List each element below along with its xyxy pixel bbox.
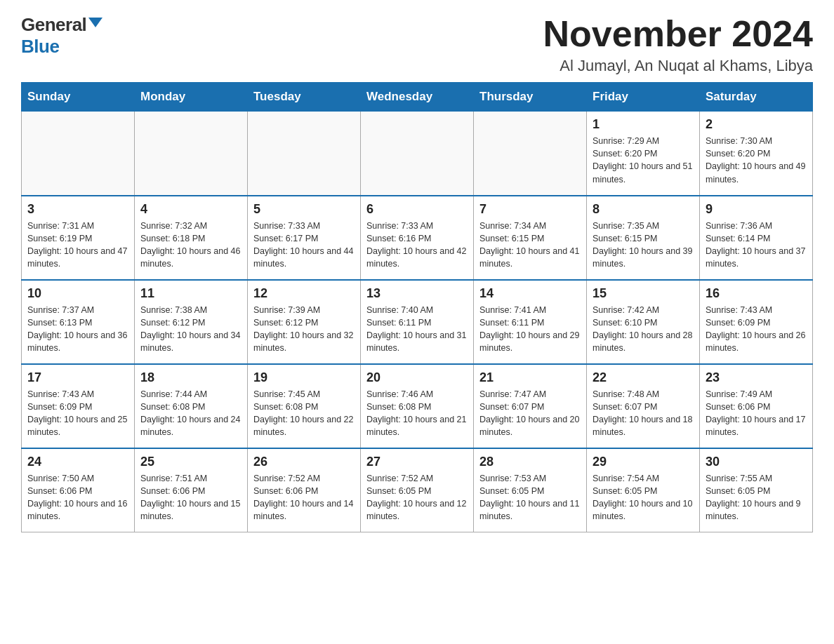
day-info: Sunrise: 7:33 AMSunset: 6:17 PMDaylight:… [253,220,355,271]
day-info: Sunrise: 7:37 AMSunset: 6:13 PMDaylight:… [27,304,128,355]
weekday-header-saturday: Saturday [700,83,813,112]
day-number: 11 [140,286,241,301]
calendar-cell: 11Sunrise: 7:38 AMSunset: 6:12 PMDayligh… [135,280,248,364]
calendar-cell: 13Sunrise: 7:40 AMSunset: 6:11 PMDayligh… [361,280,474,364]
day-number: 15 [593,286,694,301]
calendar-table: SundayMondayTuesdayWednesdayThursdayFrid… [21,82,813,532]
day-info: Sunrise: 7:45 AMSunset: 6:08 PMDaylight:… [253,388,355,439]
title-section: November 2024 Al Jumayl, An Nuqat al Kha… [543,14,813,75]
day-info: Sunrise: 7:54 AMSunset: 6:05 PMDaylight:… [593,472,694,523]
calendar-cell: 9Sunrise: 7:36 AMSunset: 6:14 PMDaylight… [700,196,813,280]
day-number: 13 [366,286,468,301]
calendar-cell [474,112,587,196]
day-info: Sunrise: 7:31 AMSunset: 6:19 PMDaylight:… [27,220,128,271]
calendar-cell: 3Sunrise: 7:31 AMSunset: 6:19 PMDaylight… [22,196,135,280]
page-header: General Blue November 2024 Al Jumayl, An… [21,14,813,75]
calendar-cell: 20Sunrise: 7:46 AMSunset: 6:08 PMDayligh… [361,364,474,448]
calendar-week-row: 24Sunrise: 7:50 AMSunset: 6:06 PMDayligh… [22,448,813,532]
weekday-header-friday: Friday [587,83,700,112]
day-info: Sunrise: 7:43 AMSunset: 6:09 PMDaylight:… [706,304,807,355]
day-info: Sunrise: 7:43 AMSunset: 6:09 PMDaylight:… [27,388,128,439]
day-number: 20 [366,370,468,385]
day-number: 25 [140,455,241,469]
day-info: Sunrise: 7:41 AMSunset: 6:11 PMDaylight:… [479,304,581,355]
day-number: 24 [27,455,128,469]
day-number: 3 [27,202,128,217]
day-info: Sunrise: 7:35 AMSunset: 6:15 PMDaylight:… [593,220,694,271]
day-number: 19 [253,370,355,385]
day-info: Sunrise: 7:30 AMSunset: 6:20 PMDaylight:… [706,135,807,186]
day-number: 2 [706,117,807,132]
day-info: Sunrise: 7:40 AMSunset: 6:11 PMDaylight:… [366,304,468,355]
calendar-cell: 1Sunrise: 7:29 AMSunset: 6:20 PMDaylight… [587,112,700,196]
calendar-cell: 16Sunrise: 7:43 AMSunset: 6:09 PMDayligh… [700,280,813,364]
day-number: 18 [140,370,241,385]
day-info: Sunrise: 7:44 AMSunset: 6:08 PMDaylight:… [140,388,241,439]
calendar-week-row: 3Sunrise: 7:31 AMSunset: 6:19 PMDaylight… [22,196,813,280]
logo-blue: Blue [21,36,59,57]
day-number: 17 [27,370,128,385]
weekday-header-sunday: Sunday [22,83,135,112]
calendar-cell: 28Sunrise: 7:53 AMSunset: 6:05 PMDayligh… [474,448,587,532]
calendar-cell: 8Sunrise: 7:35 AMSunset: 6:15 PMDaylight… [587,196,700,280]
day-info: Sunrise: 7:34 AMSunset: 6:15 PMDaylight:… [479,220,581,271]
day-number: 8 [593,202,694,217]
calendar-cell: 19Sunrise: 7:45 AMSunset: 6:08 PMDayligh… [248,364,361,448]
calendar-cell: 24Sunrise: 7:50 AMSunset: 6:06 PMDayligh… [22,448,135,532]
calendar-cell [248,112,361,196]
day-info: Sunrise: 7:53 AMSunset: 6:05 PMDaylight:… [479,472,581,523]
day-info: Sunrise: 7:47 AMSunset: 6:07 PMDaylight:… [479,388,581,439]
day-info: Sunrise: 7:52 AMSunset: 6:06 PMDaylight:… [253,472,355,523]
calendar-header-row: SundayMondayTuesdayWednesdayThursdayFrid… [22,83,813,112]
logo-general: General [21,14,86,36]
calendar-cell: 18Sunrise: 7:44 AMSunset: 6:08 PMDayligh… [135,364,248,448]
calendar-cell: 21Sunrise: 7:47 AMSunset: 6:07 PMDayligh… [474,364,587,448]
calendar-week-row: 1Sunrise: 7:29 AMSunset: 6:20 PMDaylight… [22,112,813,196]
day-info: Sunrise: 7:55 AMSunset: 6:05 PMDaylight:… [706,472,807,523]
day-info: Sunrise: 7:51 AMSunset: 6:06 PMDaylight:… [140,472,241,523]
weekday-header-wednesday: Wednesday [361,83,474,112]
calendar-cell: 10Sunrise: 7:37 AMSunset: 6:13 PMDayligh… [22,280,135,364]
calendar-cell: 23Sunrise: 7:49 AMSunset: 6:06 PMDayligh… [700,364,813,448]
day-number: 12 [253,286,355,301]
month-title: November 2024 [543,14,813,54]
day-info: Sunrise: 7:36 AMSunset: 6:14 PMDaylight:… [706,220,807,271]
calendar-cell: 7Sunrise: 7:34 AMSunset: 6:15 PMDaylight… [474,196,587,280]
weekday-header-thursday: Thursday [474,83,587,112]
day-number: 21 [479,370,581,385]
day-number: 28 [479,455,581,469]
logo-triangle-icon [88,18,102,27]
calendar-cell: 4Sunrise: 7:32 AMSunset: 6:18 PMDaylight… [135,196,248,280]
day-number: 14 [479,286,581,301]
calendar-cell: 14Sunrise: 7:41 AMSunset: 6:11 PMDayligh… [474,280,587,364]
calendar-cell: 15Sunrise: 7:42 AMSunset: 6:10 PMDayligh… [587,280,700,364]
logo: General Blue [21,14,102,58]
day-info: Sunrise: 7:33 AMSunset: 6:16 PMDaylight:… [366,220,468,271]
day-number: 6 [366,202,468,217]
day-info: Sunrise: 7:46 AMSunset: 6:08 PMDaylight:… [366,388,468,439]
calendar-cell: 17Sunrise: 7:43 AMSunset: 6:09 PMDayligh… [22,364,135,448]
day-info: Sunrise: 7:38 AMSunset: 6:12 PMDaylight:… [140,304,241,355]
day-info: Sunrise: 7:42 AMSunset: 6:10 PMDaylight:… [593,304,694,355]
calendar-cell: 30Sunrise: 7:55 AMSunset: 6:05 PMDayligh… [700,448,813,532]
day-info: Sunrise: 7:29 AMSunset: 6:20 PMDaylight:… [593,135,694,186]
calendar-cell: 29Sunrise: 7:54 AMSunset: 6:05 PMDayligh… [587,448,700,532]
day-number: 22 [593,370,694,385]
calendar-week-row: 17Sunrise: 7:43 AMSunset: 6:09 PMDayligh… [22,364,813,448]
day-number: 27 [366,455,468,469]
calendar-cell: 25Sunrise: 7:51 AMSunset: 6:06 PMDayligh… [135,448,248,532]
day-number: 9 [706,202,807,217]
calendar-cell: 26Sunrise: 7:52 AMSunset: 6:06 PMDayligh… [248,448,361,532]
calendar-week-row: 10Sunrise: 7:37 AMSunset: 6:13 PMDayligh… [22,280,813,364]
day-number: 23 [706,370,807,385]
calendar-cell: 22Sunrise: 7:48 AMSunset: 6:07 PMDayligh… [587,364,700,448]
day-number: 16 [706,286,807,301]
day-info: Sunrise: 7:48 AMSunset: 6:07 PMDaylight:… [593,388,694,439]
day-info: Sunrise: 7:52 AMSunset: 6:05 PMDaylight:… [366,472,468,523]
day-info: Sunrise: 7:50 AMSunset: 6:06 PMDaylight:… [27,472,128,523]
day-info: Sunrise: 7:39 AMSunset: 6:12 PMDaylight:… [253,304,355,355]
day-number: 26 [253,455,355,469]
calendar-cell: 6Sunrise: 7:33 AMSunset: 6:16 PMDaylight… [361,196,474,280]
day-number: 10 [27,286,128,301]
day-info: Sunrise: 7:49 AMSunset: 6:06 PMDaylight:… [706,388,807,439]
